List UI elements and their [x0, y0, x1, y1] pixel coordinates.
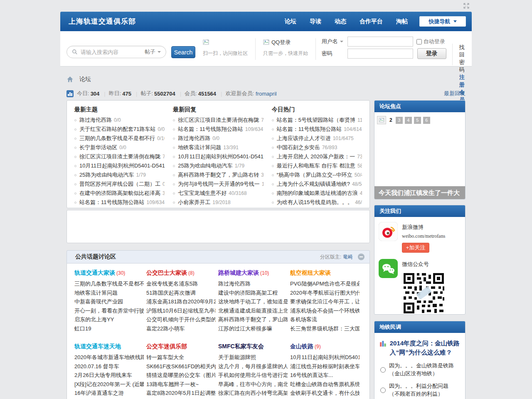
list-item[interactable]: 站名篇：11号线陈翔公路站104/614 [272, 125, 362, 134]
forum-thread[interactable]: PVG陆侧APM也许也不是很必 [290, 279, 360, 288]
forum-thread[interactable]: 吐槽金山铁路自动售票机系统 [290, 380, 360, 389]
list-item[interactable]: 南翔的印象城如果选址桃浦的古浪47/2088 [272, 189, 362, 198]
forum-thread[interactable]: 13路电车翘辫子一枚~ [146, 380, 216, 389]
forum-thread[interactable]: 建设中的济阳路高架工程 [218, 288, 288, 298]
forum-thread[interactable]: 2020年冬季航班运行图大约什 [290, 288, 360, 298]
forum-thread[interactable]: 51路国庆起再次微调 [146, 288, 216, 298]
forum-thread[interactable]: 公交司机倾向于开什么类型的 [146, 315, 216, 324]
forum-thread[interactable]: 这几个月，每月很多退牌的人 [218, 362, 288, 371]
nav-taotie[interactable]: 淘帖 [396, 18, 408, 25]
forum-thread[interactable]: 路过海伦西路 [218, 279, 288, 288]
poll-option[interactable]: 因为。。。利益分配问题（不顾老百姓的利益） [379, 382, 460, 398]
forum-thread[interactable]: 中新嘉善现代产业园 [74, 297, 144, 306]
latest-reply-link[interactable]: 最新回复 [444, 90, 466, 97]
forum-title[interactable]: 路桥城建大家谈(10) [218, 269, 288, 279]
forum-thread[interactable]: 地铁客流计算问题 [74, 288, 144, 298]
forum-title[interactable]: 公交巴士大家谈(8) [146, 269, 216, 279]
forum-thread[interactable]: 开心一刻，看看在弄堂中行驶 [74, 306, 144, 315]
forum-thread[interactable]: 手机如何使用北斗信号进行定 [218, 371, 288, 380]
forum-thread[interactable]: 2020.07.16 督导车 [74, 362, 144, 371]
list-item[interactable]: “杨高中路（罗山路立交--中环立50/4131 [272, 170, 362, 180]
forum-title[interactable]: SMFC私家车友会 [218, 343, 288, 353]
list-item[interactable]: 为何与8号线同一天开通的9号线一13/1164 [173, 180, 263, 189]
forum-thread[interactable]: 这块地终于动工了，谁知道是 [218, 297, 288, 306]
forum-thread[interactable]: 高科西路终于翻交了，罗山路 [218, 315, 288, 324]
forum-thread[interactable]: 浦东金高181路自2020年9月26 [146, 297, 216, 306]
breadcrumb-forum[interactable]: 论坛 [79, 76, 91, 83]
list-item[interactable]: 普陀区苏州河岸线公园（二期）工0/101 [74, 180, 165, 189]
forum-thread[interactable]: 16年沪港直通车之游 [74, 389, 144, 398]
forum-thread[interactable]: 江苏的过江大桥很多嘛 [218, 324, 288, 333]
slide-page-active[interactable]: 2 [389, 117, 392, 123]
list-item[interactable]: 高科西路终于翻交了，罗山路右转31/2123 [173, 170, 263, 180]
list-item[interactable]: 七宝宝龙城生意不好40/3168 [173, 189, 263, 198]
slide-thumb-1[interactable] [377, 116, 386, 124]
nav-forum[interactable]: 论坛 [285, 18, 296, 25]
list-item[interactable]: 上海开启抢人 2020落户新政：一73/10520 [272, 152, 362, 161]
poll-option[interactable]: 因为。。。金山铁路是铁路（金山区没有地铁） [379, 362, 460, 377]
search-type-dropdown[interactable]: 帖子 [145, 48, 161, 56]
list-item[interactable]: 25路为啥由纯电动汽车1/79 [173, 161, 263, 170]
search-button[interactable]: Search [171, 46, 195, 58]
register-link[interactable]: 注册会员 [459, 74, 466, 103]
forgot-password-link[interactable]: 找回密码 [459, 44, 466, 74]
slide-page[interactable]: 3 [396, 117, 403, 124]
slide-caption[interactable]: 今天我们浦江镇发生了一件大 [374, 186, 465, 199]
forum-thread[interactable]: 金铁刷手机交通卡，有什么技 [290, 389, 360, 398]
forum-thread[interactable]: 猜猜这是哪里的公交车（图片 [146, 371, 216, 380]
list-item[interactable]: 路过海伦西路0/0 [173, 134, 263, 143]
list-item[interactable]: 徐汇区滨江项目渣土要清倒在梅陇7/190 [74, 152, 165, 161]
poll-option-label[interactable]: 因为。。。金山铁路是铁路（金山区没有地铁） [389, 362, 459, 377]
forum-title[interactable]: 轨道交通大家谈(30) [74, 269, 144, 279]
list-item[interactable]: 上海为什么不规划镇镇通地铁?48/5455 [272, 180, 362, 189]
search-input[interactable] [81, 49, 145, 55]
forum-thread[interactable]: 转一篇车型大全 [146, 353, 216, 362]
list-item[interactable]: 地铁客流计算问题13/391 [173, 143, 263, 152]
list-item[interactable]: 三期的几条数字线是不是都不行0/101 [74, 134, 165, 143]
list-item[interactable]: 站名篇：11号线陈翔公路站109/634 [173, 125, 263, 134]
list-item[interactable]: 10月11日起南站到杭州D5401-D5414/155 [74, 161, 165, 170]
forum-thread[interactable]: 北横通道建成后能直接连上北 [218, 306, 288, 315]
forum-title[interactable]: 金山铁路(9) [290, 343, 360, 353]
qq-login-link[interactable]: QQ登录 [271, 39, 291, 46]
moderator-link[interactable]: 竜崎 [343, 254, 353, 261]
forum-thread[interactable]: 10月11日起南站到杭州D5401- [290, 353, 360, 362]
list-item[interactable]: 25路为啥由纯电动汽车1/79 [74, 170, 165, 180]
site-title[interactable]: 上海轨道交通俱乐部 [69, 17, 136, 26]
slide-page[interactable]: 6 [423, 117, 430, 124]
auto-login-checkbox[interactable] [416, 39, 422, 44]
forum-thread[interactable]: 2月26日大场专用线来车 [74, 371, 144, 380]
forum-thread[interactable]: 嘉定22路小萌车 [146, 324, 216, 333]
poll-question[interactable]: 2014年度之问：金山铁路入“网”为什么这么难？ [390, 339, 460, 357]
weibo-url[interactable]: weibo.com/metrofans [402, 233, 445, 239]
nav-activity[interactable]: 动态 [335, 18, 346, 25]
list-item[interactable]: 徐汇区滨江项目渣土要清倒在梅陇7/190 [173, 116, 263, 125]
forum-thread[interactable]: 浦东机场会不会搞一个环线铁 [290, 306, 360, 315]
quick-nav-button[interactable]: 快捷导航 [419, 16, 466, 27]
list-item[interactable]: 10月11日起南站到杭州D5401-D5414/155 [173, 152, 263, 161]
forum-title[interactable]: 公交车迷俱乐部 [146, 343, 216, 353]
login-button[interactable]: 登录 [417, 48, 446, 59]
slide-page[interactable]: 4 [405, 117, 412, 124]
forum-thread[interactable]: 沪陈线10月6日起缩线至九亭地 [146, 306, 216, 315]
list-item[interactable]: 在建中的济阳路高架貌似比崧泽高3/230 [74, 189, 165, 198]
list-item[interactable]: 小俞家弄开工19/2018 [173, 198, 263, 207]
collapse-button[interactable] [358, 254, 365, 260]
forum-thread[interactable]: 长三角世界级机场群：三大国 [290, 324, 360, 333]
forum-thread[interactable]: 各机场客流 [290, 315, 360, 324]
search-box[interactable]: 帖子 [66, 46, 166, 58]
forum-thread[interactable]: 启东的北上海YY [74, 315, 144, 324]
section-title[interactable]: 公共话题讨论区 [75, 253, 116, 261]
home-icon[interactable] [66, 76, 74, 83]
list-item[interactable]: 路过海伦西路0/0 [74, 116, 165, 125]
forum-thread[interactable]: 要求确保北沿江今年开工，让 [290, 297, 360, 306]
list-item[interactable]: 长宁新华活动区0/0 [74, 143, 165, 152]
forum-thread[interactable]: 浦江线也开始根据时刻表坐车 [290, 362, 360, 371]
forum-thread[interactable]: 关于新能源牌照 [218, 353, 288, 362]
forum-thread[interactable]: 三期的几条数字线是不是都不 [74, 279, 144, 288]
password-field[interactable] [347, 49, 413, 59]
forum-thread[interactable]: 早高峰，往市中心方向，南北 [218, 380, 288, 389]
list-item[interactable]: 为啥有人说15号线是鸡肋。。。46/6325 [272, 198, 362, 207]
forum-thread[interactable]: 16号线的直达车... [290, 371, 360, 380]
poll-option-label[interactable]: 因为。。。利益分配问题（不顾老百姓的利益） [389, 382, 459, 398]
